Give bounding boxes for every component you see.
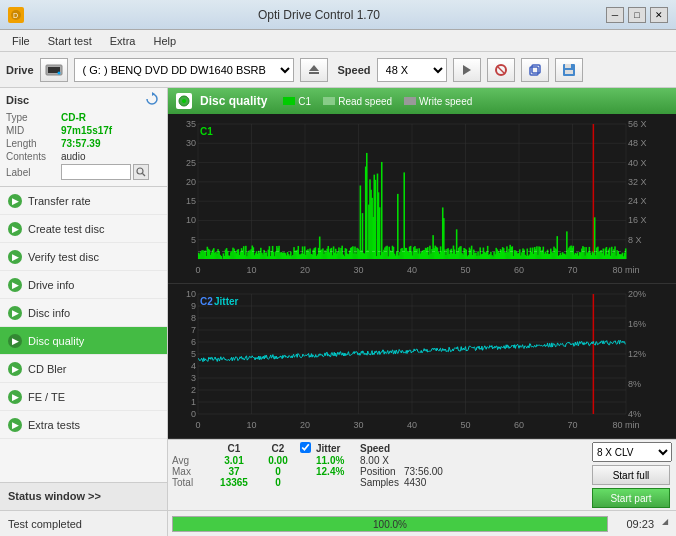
sidebar-item-extra-tests[interactable]: ▶ Extra tests	[0, 411, 167, 439]
svg-marker-5	[309, 65, 319, 71]
drive-info-icon: ▶	[8, 278, 22, 292]
total-label: Total	[172, 477, 212, 488]
c1-chart	[168, 114, 676, 283]
resize-handle: ◢	[662, 517, 676, 531]
svg-text:D: D	[13, 12, 18, 19]
fe-te-icon: ▶	[8, 390, 22, 404]
jitter-avg: 11.0%	[316, 455, 360, 466]
drive-info-label: Drive info	[28, 279, 74, 291]
length-value: 73:57.39	[61, 138, 100, 149]
cd-bler-icon: ▶	[8, 362, 22, 376]
disc-quality-label: Disc quality	[28, 335, 84, 347]
drivebar: Drive ( G: ) BENQ DVD DD DW1640 BSRB Spe…	[0, 52, 676, 88]
sidebar-item-fe-te[interactable]: ▶ FE / TE	[0, 383, 167, 411]
progress-bar-background: 100.0%	[172, 516, 608, 532]
maximize-button[interactable]: □	[628, 7, 646, 23]
charts-area	[168, 114, 676, 439]
create-test-disc-label: Create test disc	[28, 223, 104, 235]
jitter-column-header: Jitter	[316, 442, 360, 455]
app-title: Opti Drive Control 1.70	[32, 8, 606, 22]
save-button[interactable]	[555, 58, 583, 82]
menu-extra[interactable]: Extra	[102, 33, 144, 49]
svg-rect-11	[532, 65, 540, 73]
disc-panel-title: Disc	[6, 94, 29, 106]
elapsed-time: 09:23	[612, 518, 662, 530]
legend-write-speed: Write speed	[404, 96, 472, 107]
legend-read-speed-label: Read speed	[338, 96, 392, 107]
svg-rect-13	[565, 64, 571, 68]
c1-column-header: C1	[212, 442, 256, 455]
menu-help[interactable]: Help	[145, 33, 184, 49]
transfer-rate-label: Transfer rate	[28, 195, 91, 207]
c1-max: 37	[212, 466, 256, 477]
statusbar: Test completed 100.0% 09:23 ◢	[0, 510, 676, 536]
sidebar-item-disc-quality[interactable]: ▶ Disc quality	[0, 327, 167, 355]
label-key: Label	[6, 167, 61, 178]
legend-read-speed: Read speed	[323, 96, 392, 107]
erase-button[interactable]	[487, 58, 515, 82]
legend-read-speed-color	[323, 97, 335, 105]
c1-avg: 3.01	[212, 455, 256, 466]
samples-value: 4430	[404, 477, 464, 488]
legend-write-speed-label: Write speed	[419, 96, 472, 107]
start-part-button[interactable]: Start part	[592, 488, 670, 508]
status-window-label: Status window >>	[8, 490, 101, 502]
copy-button[interactable]	[521, 58, 549, 82]
svg-rect-6	[309, 72, 319, 74]
svg-point-16	[137, 168, 143, 174]
length-label: Length	[6, 138, 61, 149]
sidebar-item-drive-info[interactable]: ▶ Drive info	[0, 271, 167, 299]
c2-column-header: C2	[256, 442, 300, 455]
svg-marker-7	[463, 65, 471, 75]
progress-area: 100.0%	[168, 511, 612, 536]
eject-button[interactable]	[300, 58, 328, 82]
stats-bar: C1 C2 Jitter Speed Avg 3.01 0.00 11.0% 8…	[168, 439, 676, 510]
disc-quality-icon: ▶	[8, 334, 22, 348]
sidebar-item-disc-info[interactable]: ▶ Disc info	[0, 299, 167, 327]
label-search-button[interactable]	[133, 164, 149, 180]
content-title: Disc quality	[200, 94, 267, 108]
svg-point-4	[57, 71, 60, 74]
sidebar-item-transfer-rate[interactable]: ▶ Transfer rate	[0, 187, 167, 215]
status-text: Test completed	[0, 511, 168, 536]
speed-value-label: 8.00 X	[360, 455, 404, 466]
extra-tests-icon: ▶	[8, 418, 22, 432]
play-button[interactable]	[453, 58, 481, 82]
c2-chart	[168, 284, 676, 438]
disc-refresh-button[interactable]	[145, 92, 161, 108]
menu-file[interactable]: File	[4, 33, 38, 49]
start-full-button[interactable]: Start full	[592, 465, 670, 485]
c2-chart-container	[168, 284, 676, 439]
status-window-button[interactable]: Status window >>	[0, 482, 167, 510]
jitter-checkbox[interactable]	[300, 442, 311, 453]
speed-select[interactable]: 48 X	[377, 58, 447, 82]
menu-start-test[interactable]: Start test	[40, 33, 100, 49]
speed-clv-select[interactable]: 8 X CLV 4 X CLV 16 X CLV	[592, 442, 672, 462]
menubar: File Start test Extra Help	[0, 30, 676, 52]
sidebar-item-cd-bler[interactable]: ▶ CD Bler	[0, 355, 167, 383]
position-label: Position	[360, 466, 404, 477]
sidebar-item-verify-test-disc[interactable]: ▶ Verify test disc	[0, 243, 167, 271]
legend-c1-label: C1	[298, 96, 311, 107]
type-value: CD-R	[61, 112, 86, 123]
speed-label: Speed	[338, 64, 371, 76]
type-label: Type	[6, 112, 61, 123]
main-content: Disc Type CD-R MID 97m15s17f Length 73:5…	[0, 88, 676, 510]
contents-label: Contents	[6, 151, 61, 162]
svg-rect-14	[565, 70, 573, 74]
app-icon: D	[8, 7, 24, 23]
extra-tests-label: Extra tests	[28, 419, 80, 431]
jitter-max: 12.4%	[316, 466, 360, 477]
mid-label: MID	[6, 125, 61, 136]
minimize-button[interactable]: ─	[606, 7, 624, 23]
label-input[interactable]	[61, 164, 131, 180]
legend-c1: C1	[283, 96, 311, 107]
chart-legend: C1 Read speed Write speed	[283, 96, 472, 107]
transfer-rate-icon: ▶	[8, 194, 22, 208]
titlebar: D Opti Drive Control 1.70 ─ □ ✕	[0, 0, 676, 30]
drive-select[interactable]: ( G: ) BENQ DVD DD DW1640 BSRB	[74, 58, 294, 82]
stats-table: C1 C2 Jitter Speed Avg 3.01 0.00 11.0% 8…	[172, 442, 464, 488]
sidebar-item-create-test-disc[interactable]: ▶ Create test disc	[0, 215, 167, 243]
close-button[interactable]: ✕	[650, 7, 668, 23]
window-controls: ─ □ ✕	[606, 7, 668, 23]
